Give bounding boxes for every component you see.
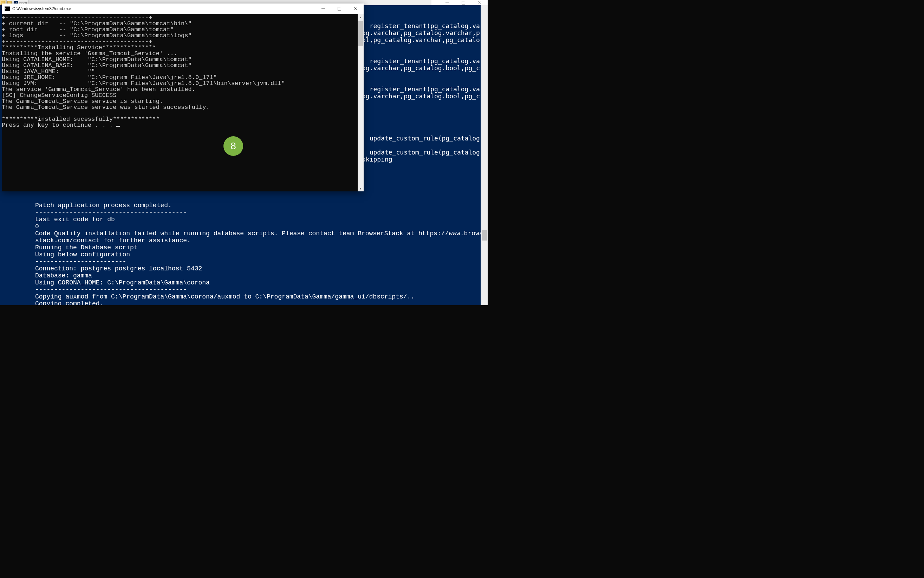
cmd-close-button[interactable] <box>348 3 364 14</box>
background-sql-text: register_tenant(pg_catalog.var og.varcha… <box>362 15 481 163</box>
bg-close-button[interactable] <box>472 0 488 5</box>
bg-maximize-button[interactable] <box>455 0 472 5</box>
cmd-scroll-down-arrow[interactable]: ▾ <box>358 185 364 192</box>
cmd-output-text: +---------------------------------------… <box>2 15 285 128</box>
cmd-icon <box>5 6 10 11</box>
powershell-output-text: Patch application process completed. ---… <box>35 202 481 305</box>
minimize-icon <box>446 1 449 5</box>
screenshot-frame: npm Patch application process completed.… <box>0 0 488 305</box>
close-icon <box>354 7 357 11</box>
cmd-cursor <box>116 126 120 127</box>
cmd-window-title: C:\Windows\system32\cmd.exe <box>12 6 315 11</box>
cmd-scroll-thumb[interactable] <box>358 21 363 45</box>
minimize-icon <box>322 7 325 11</box>
bg-minimize-button[interactable] <box>439 0 455 5</box>
cmd-window: C:\Windows\system32\cmd.exe +-----------… <box>2 3 364 192</box>
maximize-icon <box>462 1 465 5</box>
cmd-scrollbar[interactable]: ▴ ▾ <box>358 14 364 192</box>
cmd-titlebar[interactable]: C:\Windows\system32\cmd.exe <box>2 3 364 14</box>
cmd-output-area[interactable]: +---------------------------------------… <box>2 14 358 192</box>
cmd-scroll-up-arrow[interactable]: ▴ <box>358 14 364 20</box>
powershell-scroll-thumb[interactable] <box>482 230 487 240</box>
step-badge-8: 8 <box>223 136 243 156</box>
maximize-icon <box>338 7 341 11</box>
cmd-maximize-button[interactable] <box>331 3 348 14</box>
cmd-minimize-button[interactable] <box>315 3 331 14</box>
svg-rect-1 <box>462 1 465 5</box>
background-window-controls <box>431 0 488 5</box>
powershell-scrollbar[interactable] <box>481 5 488 305</box>
close-icon <box>478 1 482 5</box>
svg-rect-5 <box>338 7 341 11</box>
